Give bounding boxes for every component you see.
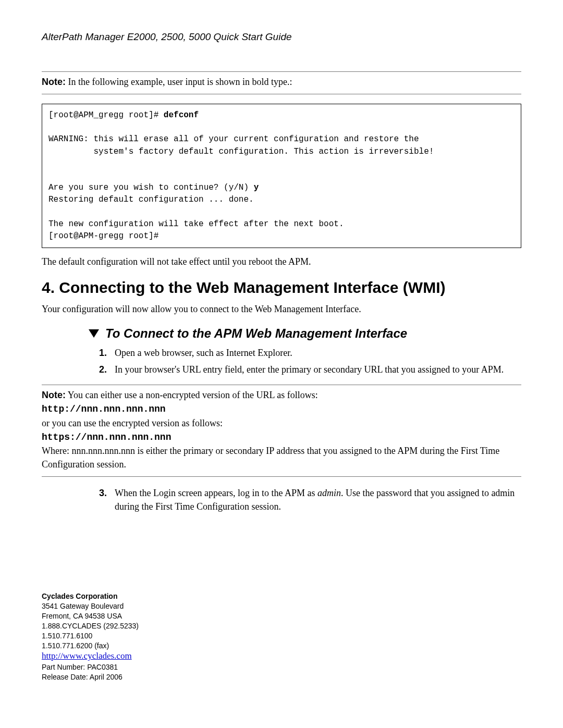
step-item: 3. When the Login screen appears, log in… (99, 486, 521, 513)
terminal-line: Are you sure you wish to continue? (y/N) (48, 183, 254, 192)
prompt: [root@APM-gregg root]# (48, 231, 158, 241)
step-text: In your browser's URL entry field, enter… (115, 363, 521, 376)
triangle-down-icon (89, 329, 99, 338)
terminal-line: The new configuration will take effect a… (48, 219, 344, 229)
phone-line: 1.510.771.6200 (fax) (42, 641, 521, 651)
page-header: AlterPath Manager E2000, 2500, 5000 Quic… (42, 31, 521, 43)
step-number: 2. (99, 363, 115, 376)
release-date: Release Date: April 2006 (42, 672, 521, 682)
user-input: y (254, 183, 259, 192)
address-line: Fremont, CA 94538 USA (42, 611, 521, 621)
emphasis: admin (317, 488, 341, 498)
website-link[interactable]: http://www.cyclades.com (42, 651, 132, 661)
note-line: or you can use the encrypted version as … (42, 418, 223, 428)
url-secure: https://nnn.nnn.nnn.nnn (42, 432, 171, 442)
section-intro: Your configuration will now allow you to… (42, 304, 521, 315)
note-line: You can either use a non-encrypted versi… (68, 390, 318, 400)
terminal-output: [root@APM_gregg root]# defconf WARNING: … (42, 104, 521, 248)
step-item: 1. Open a web browser, such as Internet … (99, 346, 521, 360)
body-paragraph: The default configuration will not take … (42, 256, 521, 267)
prompt: [root@APM_gregg root]# (48, 110, 164, 120)
step-text: Open a web browser, such as Internet Exp… (115, 346, 521, 360)
phone-line: 1.510.771.6100 (42, 631, 521, 641)
part-number: Part Number: PAC0381 (42, 662, 521, 672)
note-text: In the following example, user input is … (68, 77, 292, 87)
terminal-line: WARNING: this will erase all of your cur… (48, 134, 419, 144)
terminal-line: Restoring default configuration ... done… (48, 195, 254, 204)
step-number: 3. (99, 486, 115, 513)
rule (42, 476, 521, 477)
step-text-part: When the Login screen appears, log in to… (115, 488, 317, 498)
sub-heading: To Connect to the APM Web Management Int… (89, 326, 521, 341)
step-text: When the Login screen appears, log in to… (115, 486, 521, 513)
step-number: 1. (99, 346, 115, 360)
step-item: 2. In your browser's URL entry field, en… (99, 363, 521, 376)
address-line: 3541 Gateway Boulevard (42, 601, 521, 611)
url-plain: http://nnn.nnn.nnn.nnn (42, 404, 166, 414)
note-label: Note: (42, 77, 66, 87)
note-label: Note: (42, 390, 66, 400)
terminal-line: system's factory default configuration. … (48, 147, 434, 156)
note-line: Where: nnn.nnn.nnn.nnn is either the pri… (42, 446, 499, 470)
rule (42, 94, 521, 94)
sub-heading-text: To Connect to the APM Web Management Int… (105, 326, 407, 341)
section-heading: 4. Connecting to the Web Management Inte… (42, 279, 521, 297)
phone-line: 1.888.CYCLADES (292.5233) (42, 621, 521, 631)
company-name: Cyclades Corporation (42, 591, 521, 601)
user-input: defconf (164, 110, 199, 120)
footer: Cyclades Corporation 3541 Gateway Boulev… (42, 591, 521, 682)
